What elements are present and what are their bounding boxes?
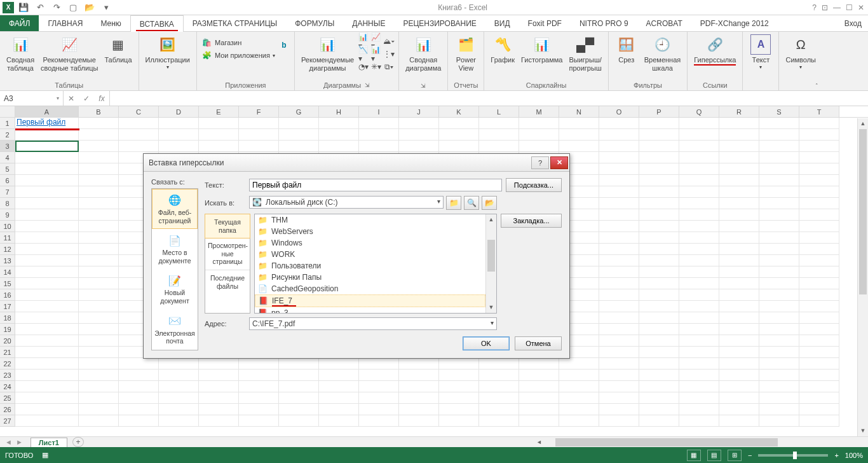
cell[interactable] <box>679 358 719 370</box>
cell[interactable] <box>679 244 719 255</box>
cell[interactable] <box>719 415 759 427</box>
my-apps-button[interactable]: 🧩Мои приложения ▾ <box>201 50 276 61</box>
cell[interactable] <box>79 404 119 415</box>
cell[interactable] <box>479 129 519 141</box>
cell[interactable]: Первый файл <box>15 118 79 129</box>
tab-pdfx[interactable]: PDF-XChange 2012 <box>691 15 778 31</box>
cell[interactable] <box>15 175 79 186</box>
cell[interactable] <box>599 392 639 404</box>
cell[interactable] <box>719 289 759 301</box>
row-header[interactable]: 18 <box>0 312 15 324</box>
cell[interactable] <box>599 266 639 278</box>
col-header[interactable]: P <box>639 106 679 117</box>
store-button[interactable]: 🛍️Магазин <box>201 37 276 48</box>
cell[interactable] <box>599 278 639 289</box>
cell[interactable] <box>159 141 199 152</box>
cell[interactable] <box>15 301 79 312</box>
cell[interactable] <box>639 163 679 175</box>
cell[interactable] <box>359 141 399 152</box>
row-header[interactable]: 24 <box>0 381 15 392</box>
cell[interactable] <box>15 289 79 301</box>
cell[interactable] <box>439 118 479 129</box>
linkto-place[interactable]: 📄Место в документе <box>152 229 198 269</box>
sheet-tab[interactable]: Лист1 <box>31 438 67 447</box>
row-header[interactable]: 10 <box>0 221 15 232</box>
cell[interactable] <box>799 381 839 392</box>
col-header[interactable]: T <box>799 106 839 117</box>
cell[interactable] <box>559 118 599 129</box>
cell[interactable] <box>159 129 199 141</box>
cell[interactable] <box>719 209 759 221</box>
col-header[interactable]: J <box>399 106 439 117</box>
col-header[interactable]: E <box>199 106 239 117</box>
row-header[interactable]: 3 <box>0 141 15 152</box>
cell[interactable] <box>759 141 799 152</box>
col-header[interactable]: F <box>239 106 279 117</box>
slicer-button[interactable]: 🪟Срез <box>613 33 641 66</box>
tab-review[interactable]: РЕЦЕНЗИРОВАНИЕ <box>394 15 485 31</box>
cell[interactable] <box>399 358 439 370</box>
cell[interactable] <box>759 221 799 232</box>
cell[interactable] <box>239 358 279 370</box>
cell[interactable] <box>119 141 159 152</box>
cell[interactable] <box>679 312 719 324</box>
cell[interactable] <box>639 266 679 278</box>
cell[interactable] <box>599 232 639 244</box>
fx-icon[interactable]: fx <box>94 94 109 103</box>
cell[interactable] <box>599 186 639 198</box>
cell[interactable] <box>759 129 799 141</box>
cell[interactable] <box>599 118 639 129</box>
new-icon[interactable]: ▢ <box>66 1 80 15</box>
col-header[interactable]: G <box>279 106 319 117</box>
cell[interactable] <box>159 392 199 404</box>
cell[interactable] <box>439 358 479 370</box>
view-normal-icon[interactable]: ▦ <box>687 450 701 461</box>
cell[interactable] <box>719 152 759 163</box>
file-list[interactable]: 📁THM 📁WebServers 📁Windows 📁WORK 📁Пользов… <box>254 214 497 314</box>
cell[interactable] <box>799 289 839 301</box>
cell[interactable] <box>759 312 799 324</box>
cell[interactable] <box>599 370 639 381</box>
cell[interactable] <box>799 152 839 163</box>
row-header[interactable]: 6 <box>0 175 15 186</box>
pivot-table-button[interactable]: 📊Сводная таблица <box>4 33 37 73</box>
col-header[interactable]: O <box>599 106 639 117</box>
cell[interactable] <box>519 404 559 415</box>
cell[interactable] <box>119 381 159 392</box>
recent-files-tab[interactable]: Последние файлы <box>205 270 250 294</box>
cell[interactable] <box>799 301 839 312</box>
row-header[interactable]: 2 <box>0 129 15 141</box>
col-header[interactable]: K <box>439 106 479 117</box>
cell[interactable] <box>79 141 119 152</box>
cell[interactable] <box>119 370 159 381</box>
cell[interactable] <box>519 358 559 370</box>
cell[interactable] <box>279 370 319 381</box>
row-header[interactable]: 4 <box>0 152 15 163</box>
cell[interactable] <box>479 370 519 381</box>
cell[interactable] <box>319 141 359 152</box>
tab-foxit[interactable]: Foxit PDF <box>519 15 571 31</box>
cell[interactable] <box>15 392 79 404</box>
cell[interactable] <box>15 278 79 289</box>
cell[interactable] <box>719 198 759 209</box>
cell[interactable] <box>799 324 839 335</box>
linkto-file-web[interactable]: 🌐Файл, веб- страницей <box>152 189 198 229</box>
cell[interactable] <box>319 370 359 381</box>
cell[interactable] <box>79 266 119 278</box>
cell[interactable] <box>15 232 79 244</box>
cell[interactable] <box>719 141 759 152</box>
cell[interactable] <box>799 141 839 152</box>
sparkline-line-button[interactable]: 〽️График <box>488 33 517 66</box>
cell[interactable] <box>15 381 79 392</box>
cell[interactable] <box>799 221 839 232</box>
tab-page-layout[interactable]: РАЗМЕТКА СТРАНИЦЫ <box>184 15 287 31</box>
cell[interactable] <box>79 163 119 175</box>
cell[interactable] <box>119 392 159 404</box>
cell[interactable] <box>599 129 639 141</box>
cell[interactable] <box>599 289 639 301</box>
text-button[interactable]: AТекст▾ <box>747 33 775 71</box>
cell[interactable] <box>319 118 359 129</box>
cell[interactable] <box>759 404 799 415</box>
cell[interactable] <box>639 118 679 129</box>
cell[interactable] <box>599 312 639 324</box>
